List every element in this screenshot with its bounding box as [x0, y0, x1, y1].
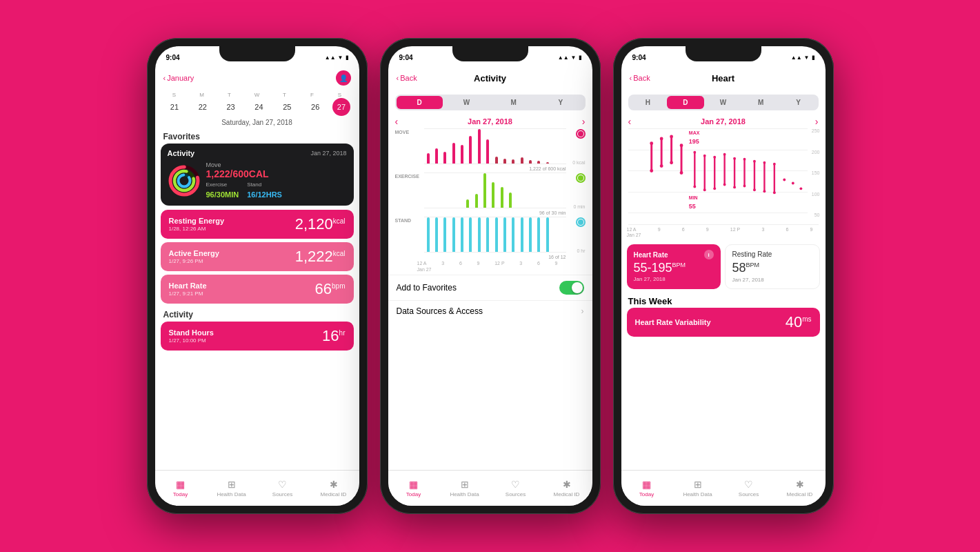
seg-m-2[interactable]: M [490, 96, 537, 109]
status-icons-1: ▲▲ ▼ ▮ [325, 55, 348, 61]
seg-d-3[interactable]: D [667, 96, 704, 109]
prev-arrow-3[interactable]: ‹ [628, 116, 632, 127]
tab-health-data-2[interactable]: ⊞ Health Data [439, 471, 490, 506]
active-energy-card[interactable]: Active Energy 1/27, 9:26 PM 1,222kcal [161, 242, 354, 271]
time-axis-2: 12 A 3 6 9 12 P 3 6 9 [388, 260, 592, 267]
add-to-favorites-row[interactable]: Add to Favorites [388, 275, 592, 300]
battery-icon-2: ▮ [579, 55, 581, 61]
svg-point-26 [713, 187, 716, 190]
svg-point-35 [743, 184, 746, 187]
segment-2: D W M Y [395, 95, 586, 110]
next-arrow-2[interactable]: › [582, 116, 586, 127]
avatar-1[interactable]: 👤 [336, 70, 351, 86]
heart-cards-row: Heart Rate i 55-195BPM Jan 27, 2018 Rest… [621, 240, 826, 293]
activity-date: Jan 27, 2018 [310, 150, 346, 157]
svg-point-46 [791, 181, 794, 184]
svg-point-13 [670, 135, 673, 138]
activity-card-1[interactable]: Activity Jan 27, 2018 [161, 144, 354, 206]
tab-sources-3[interactable]: ♡ Sources [723, 471, 774, 506]
chart-date-2: Jan 27, 2018 [468, 117, 512, 126]
chart-date-3: Jan 27, 2018 [701, 117, 746, 126]
nav-title-2: Activity [474, 73, 506, 83]
next-arrow-3[interactable]: › [815, 116, 819, 127]
svg-point-14 [670, 161, 673, 164]
medical-icon-2: ✱ [563, 479, 571, 490]
phone-3-screen: 9:04 ▲▲ ▼ ▮ ‹ Back Heart H D W [621, 46, 826, 506]
health-data-icon-3: ⊞ [694, 479, 702, 490]
resting-energy-card[interactable]: Resting Energy 1/28, 12:26 AM 2,120kcal [161, 210, 354, 239]
hrv-card[interactable]: Heart Rate Variability 40ms [627, 308, 820, 337]
stand-chart: 0 hr [424, 217, 566, 253]
heart-rate-title: Heart Rate [634, 251, 668, 259]
svg-point-45 [783, 178, 786, 181]
tab-today-2[interactable]: ▦ Today [388, 471, 439, 506]
nav-back-2[interactable]: ‹ Back [397, 74, 417, 82]
data-sources-row[interactable]: Data Sources & Access › [388, 300, 592, 322]
svg-point-5 [178, 175, 190, 187]
chart-nav-2: ‹ Jan 27, 2018 › [388, 115, 592, 128]
segment-3: H D W M Y [628, 95, 819, 110]
health-data-icon-2: ⊞ [461, 479, 469, 490]
time-3: 9:04 [632, 54, 646, 61]
tab-sources-1[interactable]: ♡ Sources [257, 471, 308, 506]
activity-rings [168, 164, 201, 197]
heart-rate-date: Jan 27, 2018 [634, 276, 714, 282]
nav-back-3[interactable]: ‹ Back [630, 74, 650, 82]
tab-bar-3: ▦ Today ⊞ Health Data ♡ Sources ✱ Medica… [621, 470, 826, 506]
signal-icon-2: ▲▲ [558, 55, 569, 61]
svg-point-19 [693, 151, 696, 154]
data-sources-label: Data Sources & Access [397, 306, 483, 316]
nav-month-label: January [167, 74, 194, 82]
svg-point-11 [659, 164, 663, 168]
tab-medical-3[interactable]: ✱ Medical ID [774, 471, 826, 506]
notch-1 [219, 46, 295, 61]
tab-sources-2[interactable]: ♡ Sources [490, 471, 541, 506]
exercise-chart-row: EXERCISE 0 min [395, 172, 586, 208]
seg-m-3[interactable]: M [742, 96, 779, 109]
svg-point-44 [772, 191, 775, 194]
resting-rate-title: Resting Rate [732, 250, 812, 258]
nav-bar-2: ‹ Back Activity [388, 66, 592, 90]
this-week-header: This Week [621, 293, 826, 308]
move-chart-row: MOVE [395, 128, 586, 164]
stand-hours-card[interactable]: Stand Hours 1/27, 10:00 PM 16hr [161, 322, 354, 351]
wifi-icon-1: ▼ [338, 55, 343, 61]
svg-point-23 [703, 188, 706, 191]
tab-health-data-1[interactable]: ⊞ Health Data [206, 471, 257, 506]
svg-point-20 [693, 185, 696, 188]
tab-health-data-3[interactable]: ⊞ Health Data [672, 471, 723, 506]
phone-3: 9:04 ▲▲ ▼ ▮ ‹ Back Heart H D W [613, 38, 834, 514]
seg-y-2[interactable]: Y [537, 96, 583, 109]
seg-y-3[interactable]: Y [780, 96, 817, 109]
seg-h-3[interactable]: H [630, 96, 667, 109]
hrv-label: Heart Rate Variability [635, 318, 711, 326]
prev-arrow-2[interactable]: ‹ [395, 116, 399, 127]
cal-header-row: S M T W T F S [161, 92, 354, 98]
chevron-left-icon-3: ‹ [630, 74, 632, 82]
svg-point-37 [753, 160, 756, 163]
favorites-toggle[interactable] [559, 281, 584, 295]
medical-icon-1: ✱ [330, 479, 338, 490]
svg-point-22 [703, 155, 706, 157]
heart-rate-main-card[interactable]: Heart Rate i 55-195BPM Jan 27, 2018 [627, 244, 721, 289]
tab-today-3[interactable]: ▦ Today [621, 471, 672, 506]
today-icon-3: ▦ [642, 479, 651, 490]
seg-d-2[interactable]: D [397, 96, 443, 109]
date-label-1: Saturday, Jan 27, 2018 [155, 117, 359, 129]
battery-icon-3: ▮ [812, 55, 814, 61]
seg-w-3[interactable]: W [705, 96, 742, 109]
tab-today-1[interactable]: ▦ Today [155, 471, 206, 506]
tab-medical-1[interactable]: ✱ Medical ID [308, 471, 359, 506]
resting-rate-card[interactable]: Resting Rate 58BPM Jan 27, 2018 [725, 244, 820, 289]
nav-back-1[interactable]: ‹ January [163, 74, 194, 82]
heart-rate-card-1[interactable]: Heart Rate 1/27, 9:21 PM 66bpm [161, 275, 354, 304]
tab-medical-2[interactable]: ✱ Medical ID [541, 471, 592, 506]
back-label-3: Back [633, 74, 650, 82]
heart-info-icon[interactable]: i [704, 250, 714, 259]
seg-w-2[interactable]: W [443, 96, 490, 109]
phone-2: 9:04 ▲▲ ▼ ▮ ‹ Back Activity D W M [380, 38, 601, 514]
sources-icon-3: ♡ [744, 479, 753, 490]
jan-27-label-3: Jan 27 [621, 233, 826, 237]
activity-title: Activity [168, 149, 195, 157]
svg-point-41 [763, 190, 766, 193]
